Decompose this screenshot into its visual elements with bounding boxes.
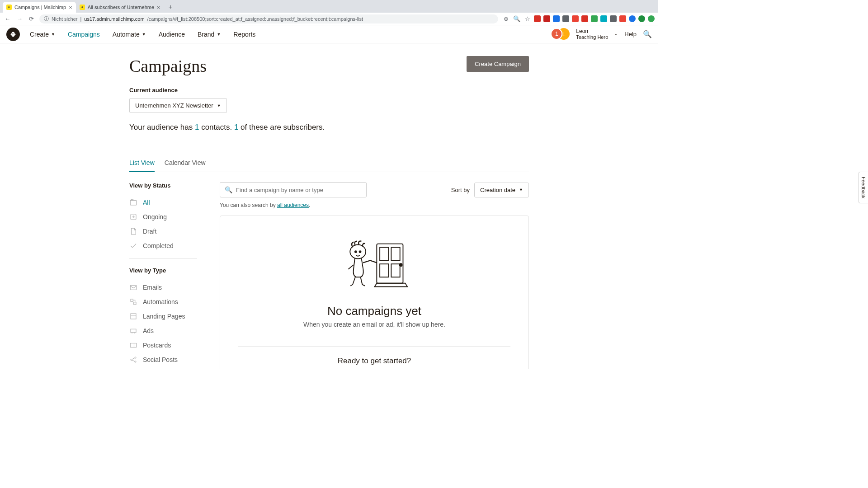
nav-right: 1 L Leon Teaching Hero ⌄ Help 🔍	[551, 28, 652, 41]
search-hint: You can also search by all audiences.	[220, 202, 529, 208]
extension-icons: ⊕ 🔍 ☆	[503, 15, 655, 22]
ext-icon[interactable]	[638, 15, 645, 22]
svg-rect-5	[130, 286, 137, 290]
ongoing-icon	[129, 213, 137, 221]
nav-reports[interactable]: Reports	[233, 31, 255, 38]
email-icon	[129, 283, 137, 291]
mailchimp-logo[interactable]	[6, 28, 20, 41]
filter-landing-pages[interactable]: Landing Pages	[129, 309, 197, 324]
divider	[238, 346, 510, 347]
svg-point-20	[399, 263, 402, 266]
help-link[interactable]: Help	[624, 31, 637, 38]
ext-icon[interactable]	[619, 15, 626, 22]
main-column: 🔍 Sort by Creation date ▼ You can also s…	[220, 182, 529, 369]
filter-social-posts[interactable]: Social Posts	[129, 352, 197, 367]
contacts-count: 1	[195, 123, 199, 131]
nav-create[interactable]: Create▼	[30, 31, 55, 38]
user-menu[interactable]: Leon Teaching Hero	[576, 28, 608, 41]
page-icon	[129, 312, 137, 320]
svg-rect-9	[131, 329, 136, 333]
svg-point-1	[12, 33, 13, 34]
sort-value: Creation date	[480, 187, 515, 193]
search-box[interactable]: 🔍	[220, 182, 367, 197]
ext-icon[interactable]	[629, 15, 636, 22]
folder-icon	[129, 198, 137, 206]
url-input[interactable]: ⓘ Nicht sicher | us17.admin.mailchimp.co…	[39, 14, 498, 23]
user-org: Teaching Hero	[576, 34, 608, 40]
search-icon[interactable]: 🔍	[643, 30, 652, 38]
ext-icon[interactable]	[600, 15, 607, 22]
filter-ads[interactable]: Ads	[129, 324, 197, 338]
info-icon: ⓘ	[44, 15, 49, 22]
ext-icon[interactable]	[553, 15, 560, 22]
audience-select[interactable]: Unternehmen XYZ Newsletter ▼	[129, 98, 227, 113]
ext-icon[interactable]	[648, 15, 655, 22]
divider	[129, 258, 197, 259]
ext-icon[interactable]	[610, 15, 617, 22]
svg-point-22	[354, 251, 356, 253]
back-button[interactable]: ←	[4, 15, 11, 22]
filter-all[interactable]: All	[129, 195, 197, 210]
forward-button[interactable]: →	[16, 15, 24, 22]
filter-ongoing[interactable]: Ongoing	[129, 210, 197, 224]
filter-surveys[interactable]: Surveys	[129, 367, 197, 369]
tab-close-icon[interactable]: ×	[157, 4, 160, 11]
subscribers-count: 1	[234, 123, 238, 131]
svg-rect-10	[130, 343, 137, 347]
nav-items: Create▼ Campaigns Automate▼ Audience Bra…	[30, 31, 255, 38]
chevron-down-icon[interactable]: ⌄	[614, 32, 618, 36]
favicon-icon: ✦	[80, 5, 85, 10]
svg-rect-16	[380, 247, 388, 260]
sort-select[interactable]: Creation date ▼	[474, 183, 529, 197]
tab-close-icon[interactable]: ×	[69, 4, 72, 11]
star-icon[interactable]: ☆	[524, 15, 531, 22]
filter-draft[interactable]: Draft	[129, 224, 197, 239]
postcard-icon	[129, 341, 137, 349]
reload-button[interactable]: ⟳	[28, 15, 35, 22]
all-audiences-link[interactable]: all audiences	[277, 202, 309, 208]
nav-automate[interactable]: Automate▼	[113, 31, 146, 38]
top-nav: Create▼ Campaigns Automate▼ Audience Bra…	[0, 25, 658, 43]
monkey-icon	[8, 29, 18, 39]
create-campaign-button[interactable]: Create Campaign	[467, 56, 529, 72]
filter-sidebar: View by Status All Ongoing Draft Complet…	[129, 182, 197, 369]
tab-calendar-view[interactable]: Calendar View	[165, 159, 206, 172]
favicon-icon: ✦	[6, 5, 12, 10]
browser-tab-active[interactable]: ✦ Campaigns | Mailchimp ×	[3, 2, 76, 13]
translate-icon[interactable]: ⊕	[503, 15, 509, 22]
tab-bar: ✦ Campaigns | Mailchimp × ✦ All subscrib…	[0, 0, 658, 13]
tab-list-view[interactable]: List View	[129, 159, 155, 172]
filter-automations[interactable]: Automations	[129, 295, 197, 309]
chevron-down-icon: ▼	[519, 188, 523, 192]
ext-icon[interactable]	[581, 15, 588, 22]
browser-tab-inactive[interactable]: ✦ All subscribers of Unternehme ×	[76, 2, 164, 13]
status-heading: View by Status	[129, 182, 197, 189]
search-input[interactable]	[236, 187, 362, 193]
svg-point-11	[131, 359, 132, 361]
chevron-down-icon: ▼	[217, 32, 221, 37]
nav-campaigns[interactable]: Campaigns	[68, 31, 100, 38]
main-container: Campaigns Create Campaign Current audien…	[129, 43, 529, 369]
ext-icon[interactable]	[543, 15, 550, 22]
filter-postcards[interactable]: Postcards	[129, 338, 197, 352]
ext-icon[interactable]	[534, 15, 541, 22]
tab-title: Campaigns | Mailchimp	[14, 5, 66, 10]
new-tab-button[interactable]: +	[164, 3, 177, 10]
nav-audience[interactable]: Audience	[159, 31, 185, 38]
ext-icon[interactable]	[562, 15, 569, 22]
tab-title: All subscribers of Unternehme	[88, 5, 154, 10]
chevron-down-icon: ▼	[217, 103, 221, 108]
filter-completed[interactable]: Completed	[129, 239, 197, 253]
chevron-down-icon: ▼	[142, 32, 146, 37]
user-name: Leon	[576, 28, 608, 34]
search-icon: 🔍	[225, 186, 232, 193]
address-bar: ← → ⟳ ⓘ Nicht sicher | us17.admin.mailch…	[0, 13, 658, 25]
svg-point-13	[135, 361, 136, 362]
zoom-icon[interactable]: 🔍	[512, 15, 521, 22]
ext-icon[interactable]	[572, 15, 579, 22]
nav-brand[interactable]: Brand▼	[198, 31, 221, 38]
page-title: Campaigns	[129, 56, 207, 76]
ext-icon[interactable]	[591, 15, 598, 22]
svg-rect-19	[391, 264, 400, 277]
filter-emails[interactable]: Emails	[129, 280, 197, 295]
